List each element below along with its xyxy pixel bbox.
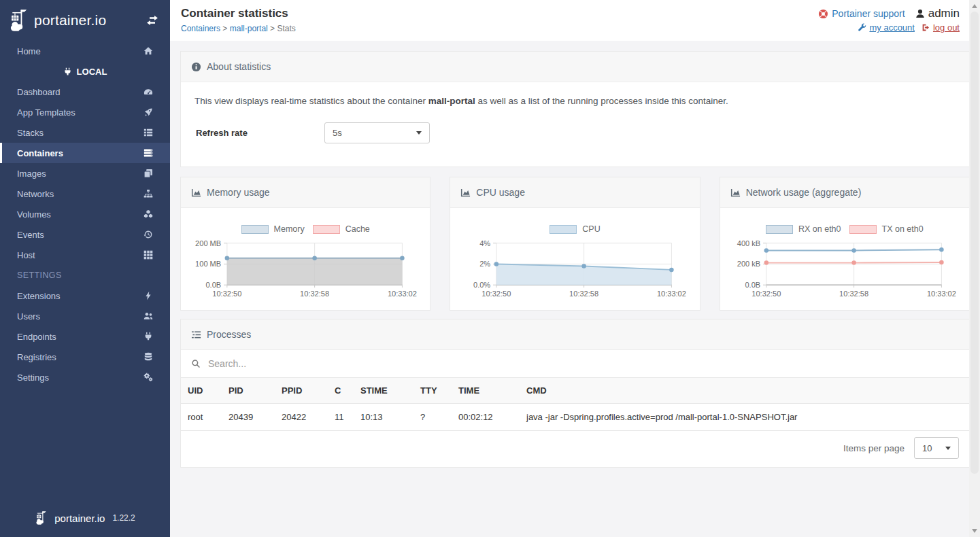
portainer-logo-icon[interactable] bbox=[8, 8, 33, 33]
memory-usage-chart: 200 MB100 MB0.0B10:32:5010:32:5810:33:02 bbox=[190, 238, 420, 299]
page-title: Container statistics bbox=[181, 7, 296, 20]
items-per-page-label: Items per page bbox=[843, 443, 905, 453]
scroll-up-arrow-icon[interactable] bbox=[972, 4, 977, 8]
sidebar-item-label: Networks bbox=[17, 189, 143, 199]
sidebar-item-endpoints[interactable]: Endpoints bbox=[0, 326, 170, 347]
breadcrumb-separator: > bbox=[268, 24, 277, 33]
sidebar-item-label: Registries bbox=[17, 352, 143, 362]
refresh-rate-select[interactable]: 5s bbox=[324, 122, 430, 143]
svg-text:4%: 4% bbox=[480, 239, 491, 247]
sidebar-item-host[interactable]: Host bbox=[0, 245, 170, 265]
cell-cmd: java -jar -Dspring.profiles.active=prod … bbox=[520, 404, 969, 431]
support-label: Portainer support bbox=[832, 8, 905, 19]
sidebar-item-stacks[interactable]: Stacks bbox=[0, 122, 170, 143]
breadcrumb: Containers > mall-portal > Stats bbox=[181, 24, 296, 33]
sidebar-item-app-templates[interactable]: App Templates bbox=[0, 102, 170, 122]
network-usage-widget-body: RX on eth0TX on eth0400 kB200 kB0.0B10:3… bbox=[720, 208, 969, 310]
logout-link[interactable]: log out bbox=[922, 22, 960, 33]
sidebar-menu: HomeLOCALDashboardApp TemplatesStacksCon… bbox=[0, 41, 170, 387]
chart-title: CPU usage bbox=[476, 187, 525, 198]
column-header-uid[interactable]: UID bbox=[181, 378, 222, 404]
svg-text:10:32:50: 10:32:50 bbox=[212, 290, 241, 298]
scroll-down-arrow-icon[interactable] bbox=[972, 529, 977, 533]
sidebar-section-label: LOCAL bbox=[77, 67, 107, 77]
sidebar-item-settings[interactable]: Settings bbox=[0, 367, 170, 387]
network-usage-chart: 400 kB200 kB0.0B10:32:5010:32:5810:33:02 bbox=[730, 238, 960, 299]
breadcrumb-stats: Stats bbox=[277, 24, 295, 33]
cell-pid: 20439 bbox=[222, 404, 275, 431]
column-header-c[interactable]: C bbox=[328, 378, 354, 404]
portainer-support-link[interactable]: Portainer support bbox=[818, 8, 905, 19]
portainer-app: portainer.io HomeLOCALDashboardApp Templ… bbox=[0, 0, 980, 537]
legend-label: Memory bbox=[274, 224, 305, 234]
chart-title: Memory usage bbox=[207, 187, 270, 198]
about-description-before: This view displays real-time statistics … bbox=[195, 96, 428, 106]
sidebar-item-images[interactable]: Images bbox=[0, 163, 170, 184]
svg-text:10:33:02: 10:33:02 bbox=[927, 290, 956, 298]
column-header-stime[interactable]: STIME bbox=[354, 378, 413, 404]
processes-table-footer: Items per page 10 bbox=[181, 431, 969, 467]
processes-widget: Processes UIDPIDPPIDCSTIMETTYTIMECMDroot… bbox=[180, 319, 970, 468]
sidebar-item-label: Home bbox=[17, 46, 143, 56]
legend-label: Cache bbox=[345, 224, 370, 234]
sidebar-item-volumes[interactable]: Volumes bbox=[0, 204, 170, 224]
column-header-cmd[interactable]: CMD bbox=[520, 378, 969, 404]
history-icon bbox=[143, 230, 153, 239]
svg-text:2%: 2% bbox=[480, 260, 491, 268]
column-header-time[interactable]: TIME bbox=[452, 378, 520, 404]
legend-swatch bbox=[766, 225, 793, 234]
sidebar-item-users[interactable]: Users bbox=[0, 306, 170, 326]
cell-c: 11 bbox=[328, 404, 354, 431]
sidebar: portainer.io HomeLOCALDashboardApp Templ… bbox=[0, 0, 170, 537]
breadcrumb-containers[interactable]: Containers bbox=[181, 24, 220, 33]
page-header: Container statistics Containers > mall-p… bbox=[170, 0, 980, 41]
sidebar-toggle-icon[interactable] bbox=[146, 16, 159, 25]
svg-text:10:33:02: 10:33:02 bbox=[657, 290, 686, 298]
sidebar-item-label: Extensions bbox=[17, 291, 143, 301]
sidebar-item-label: Host bbox=[17, 250, 143, 260]
refresh-rate-label: Refresh rate bbox=[195, 128, 324, 138]
svg-text:10:32:50: 10:32:50 bbox=[482, 290, 511, 298]
legend-item: TX on eth0 bbox=[849, 224, 924, 234]
svg-text:100 MB: 100 MB bbox=[195, 260, 221, 268]
cell-time: 00:02:12 bbox=[452, 404, 520, 431]
sidebar-item-extensions[interactable]: Extensions bbox=[0, 285, 170, 306]
items-per-page-select[interactable]: 10 bbox=[914, 437, 959, 459]
bolt-icon bbox=[143, 291, 153, 300]
footer-logo-text: portainer.io bbox=[54, 513, 105, 524]
legend-item: Cache bbox=[313, 224, 370, 234]
svg-text:200 MB: 200 MB bbox=[195, 239, 221, 247]
refresh-rate-value: 5s bbox=[333, 128, 342, 138]
sidebar-heading-label: SETTINGS bbox=[17, 271, 62, 280]
breadcrumb-mall-portal[interactable]: mall-portal bbox=[230, 24, 268, 33]
about-description: This view displays real-time statistics … bbox=[195, 96, 956, 106]
cell-uid: root bbox=[181, 404, 222, 431]
area-chart-icon bbox=[191, 188, 201, 198]
sidebar-item-containers[interactable]: Containers bbox=[0, 143, 170, 163]
column-header-pid[interactable]: PID bbox=[222, 378, 275, 404]
vertical-scrollbar[interactable] bbox=[969, 0, 980, 537]
sidebar-item-registries[interactable]: Registries bbox=[0, 347, 170, 367]
logo-text[interactable]: portainer.io bbox=[34, 12, 106, 29]
legend-label: RX on eth0 bbox=[798, 224, 841, 234]
cell-stime: 10:13 bbox=[354, 404, 413, 431]
column-header-ppid[interactable]: PPID bbox=[275, 378, 328, 404]
my-account-link[interactable]: my account bbox=[858, 22, 914, 33]
sign-out-icon bbox=[922, 23, 930, 32]
sidebar-item-home[interactable]: Home bbox=[0, 41, 170, 61]
rocket-icon bbox=[143, 107, 153, 117]
column-header-tty[interactable]: TTY bbox=[413, 378, 452, 404]
sidebar-item-networks[interactable]: Networks bbox=[0, 184, 170, 204]
current-user: admin bbox=[915, 7, 960, 20]
svg-text:10:32:58: 10:32:58 bbox=[839, 290, 868, 298]
users-icon bbox=[143, 311, 153, 321]
breadcrumb-separator: > bbox=[220, 24, 230, 33]
network-usage-legend: RX on eth0TX on eth0 bbox=[730, 224, 960, 234]
grid-icon bbox=[143, 250, 153, 260]
sidebar-item-events[interactable]: Events bbox=[0, 224, 170, 245]
table-row: root20439204221110:13?00:02:12java -jar … bbox=[181, 404, 969, 431]
search-input[interactable] bbox=[207, 358, 959, 370]
scrollbar-thumb[interactable] bbox=[970, 12, 979, 474]
sidebar-item-dashboard[interactable]: Dashboard bbox=[0, 82, 170, 102]
svg-text:10:32:58: 10:32:58 bbox=[569, 290, 598, 298]
